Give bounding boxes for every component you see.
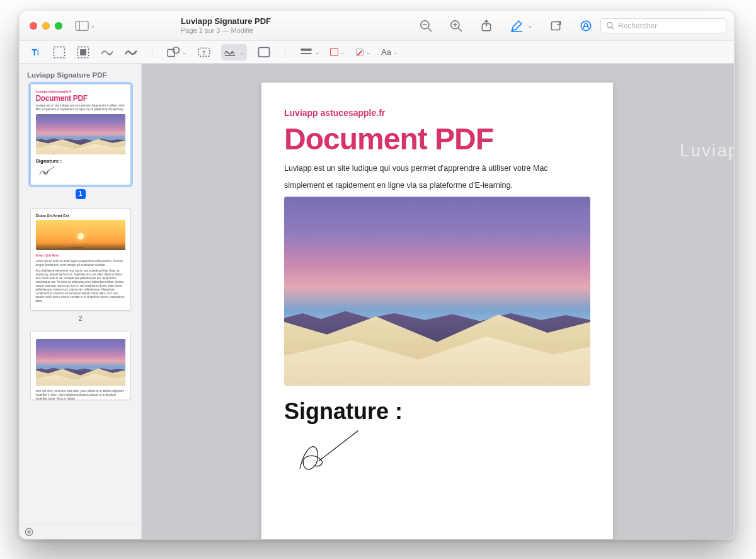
fill-color-menu[interactable]: ⌄: [355, 48, 371, 57]
svg-rect-15: [54, 47, 64, 57]
chevron-down-icon: ⌄: [393, 49, 398, 55]
pdf-page-1[interactable]: Luviapp astucesapple.fr Document PDF Luv…: [261, 83, 613, 539]
svg-line-14: [612, 27, 614, 29]
svg-point-12: [581, 21, 590, 30]
signature-icon: [36, 164, 125, 180]
page-thumbnail-1[interactable]: Luviapp astucesapple.fr Document PDF Luv…: [26, 84, 135, 199]
search-placeholder: Rechercher: [618, 21, 657, 30]
svg-rect-23: [258, 47, 269, 57]
highlight-button[interactable]: [579, 19, 593, 33]
svg-text:T: T: [202, 49, 206, 55]
search-field[interactable]: Rechercher: [600, 18, 726, 33]
share-button[interactable]: [479, 19, 493, 33]
page-number-badge: 1: [76, 189, 86, 199]
signature-drawing[interactable]: [284, 425, 590, 484]
rect-selection-tool[interactable]: [52, 45, 66, 59]
doc-heading: Document PDF: [284, 122, 590, 156]
svg-rect-11: [551, 21, 559, 30]
doc-subtitle: Luviapp astucesapple.fr: [284, 108, 590, 118]
chevron-down-icon: ⌄: [315, 49, 320, 55]
redact-tool[interactable]: [76, 45, 90, 59]
svg-line-3: [428, 28, 432, 31]
markup-toolbar: T| ⌄ T ⌄: [20, 41, 734, 64]
page-thumbnail-3[interactable]: nam nisl tristl, nunc eros ante ante, ju…: [26, 331, 135, 400]
title-block: Luviapp Signature PDF Page 1 sur 3 — Mod…: [181, 17, 271, 35]
color-swatch-red: [330, 48, 338, 56]
sidebar-title: Luviapp Signature PDF: [26, 70, 135, 84]
svg-rect-17: [80, 49, 86, 55]
text-box-tool[interactable]: T: [197, 45, 211, 59]
window-title: Luviapp Signature PDF: [181, 17, 271, 26]
add-page-button[interactable]: [20, 524, 141, 539]
titlebar: ⌄ Luviapp Signature PDF Page 1 sur 3 — M…: [20, 11, 734, 41]
separator: [285, 46, 285, 59]
main-toolbar: ⌄: [419, 19, 593, 33]
font-label: Aa: [381, 47, 391, 57]
window-controls: [30, 22, 62, 30]
markup-button[interactable]: [510, 19, 524, 33]
page-number: 2: [78, 314, 82, 322]
text-selection-tool[interactable]: T|: [28, 45, 42, 59]
svg-rect-0: [76, 21, 88, 30]
chevron-down-icon: ⌄: [340, 49, 345, 55]
chevron-down-icon: ⌄: [366, 49, 371, 55]
sign-menu[interactable]: ⌄: [221, 44, 247, 61]
chevron-down-icon: ⌄: [182, 49, 187, 55]
no-fill-icon: [355, 48, 364, 57]
note-tool[interactable]: [257, 45, 271, 59]
minimize-button[interactable]: [42, 22, 50, 30]
svg-point-19: [173, 47, 179, 53]
text-style-menu[interactable]: Aa ⌄: [381, 47, 398, 57]
sketch-tool[interactable]: [100, 45, 114, 59]
fullscreen-button[interactable]: [55, 22, 62, 30]
zoom-out-button[interactable]: [419, 19, 433, 33]
zoom-in-button[interactable]: [449, 19, 463, 33]
separator: [152, 46, 152, 59]
watermark-text: Luviapp: [680, 141, 734, 161]
doc-paragraph-2: simplement et rapidement en ligne via sa…: [284, 180, 590, 192]
close-button[interactable]: [30, 22, 37, 30]
draw-tool[interactable]: [124, 45, 138, 59]
doc-image-desert: [284, 197, 590, 386]
thumbnail-sidebar[interactable]: Luviapp Signature PDF Luviapp astucesapp…: [20, 64, 142, 539]
window-body: Luviapp Signature PDF Luviapp astucesapp…: [20, 64, 734, 539]
rotate-button[interactable]: [549, 19, 563, 33]
svg-line-6: [459, 28, 462, 31]
border-style-menu[interactable]: ⌄: [299, 45, 320, 59]
doc-paragraph-1: Luviapp est un site ludique qui vous per…: [284, 163, 590, 175]
preview-window: ⌄ Luviapp Signature PDF Page 1 sur 3 — M…: [19, 10, 735, 539]
svg-rect-18: [168, 49, 175, 56]
shapes-menu[interactable]: ⌄: [166, 45, 187, 59]
sidebar-toggle-button[interactable]: ⌄: [75, 20, 95, 32]
border-color-menu[interactable]: ⌄: [330, 48, 345, 56]
svg-point-13: [607, 23, 612, 28]
document-canvas[interactable]: Luviapp Luviapp astucesapple.fr Document…: [142, 64, 734, 539]
page-thumbnail-2[interactable]: Etiam Sit Amet Est ▲▲▲▲▲ Donec Quis Nunc…: [26, 208, 135, 323]
chevron-down-icon: ⌄: [90, 22, 95, 29]
window-subtitle: Page 1 sur 3 — Modifié: [181, 26, 271, 35]
chevron-down-icon[interactable]: ⌄: [527, 22, 532, 29]
chevron-down-icon: ⌄: [239, 49, 244, 55]
signature-label: Signature :: [284, 398, 590, 425]
